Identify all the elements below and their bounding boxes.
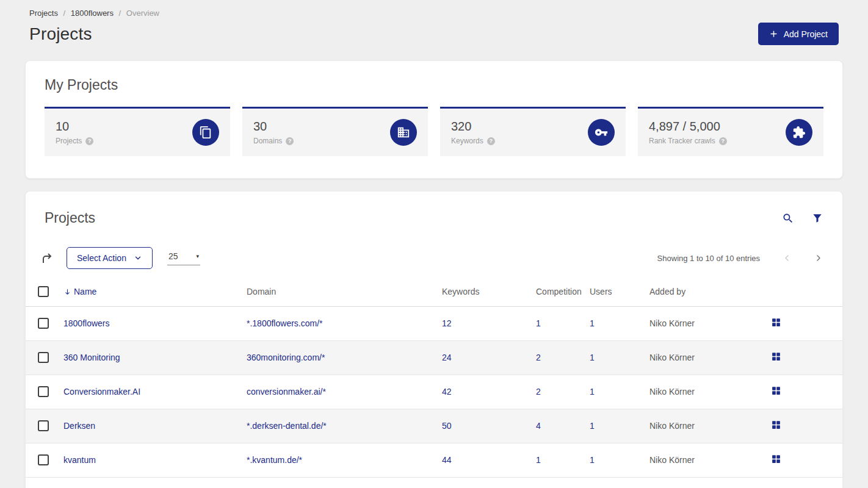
dashboard-grid-icon[interactable] (771, 420, 781, 430)
projects-table: Name Domain Keywords Competition Users A… (26, 278, 842, 478)
project-name-link[interactable]: 1800flowers (63, 318, 110, 328)
table-row: Derksen *.derksen-dental.de/* 50 4 1 Nik… (26, 409, 842, 443)
project-domain-link[interactable]: *.derksen-dental.de/* (247, 421, 327, 431)
column-header-domain[interactable]: Domain (247, 278, 442, 306)
project-competition-link[interactable]: 2 (536, 353, 541, 362)
project-keywords-link[interactable]: 44 (442, 455, 452, 465)
table-row: Conversionmaker.AI conversionmaker.ai/* … (26, 375, 842, 409)
column-header-competition[interactable]: Competition (536, 278, 590, 306)
add-project-button[interactable]: Add Project (758, 23, 839, 45)
dashboard-grid-icon[interactable] (771, 454, 781, 464)
breadcrumb-projects[interactable]: Projects (29, 9, 58, 18)
stat-label: Domains (253, 137, 282, 145)
chevron-down-icon (134, 254, 142, 262)
stat-value: 30 (253, 120, 294, 134)
table-row: kvantum *.kvantum.de/* 44 1 1 Niko Körne… (26, 443, 842, 477)
project-users-link[interactable]: 1 (590, 421, 595, 431)
stats-row: 10 Projects 30 Domains (45, 107, 823, 156)
column-header-added-by[interactable]: Added by (649, 278, 771, 306)
added-by-text: Niko Körner (649, 443, 771, 477)
row-checkbox[interactable] (38, 318, 49, 329)
column-header-keywords[interactable]: Keywords (442, 278, 536, 306)
pagination-prev-icon[interactable] (782, 253, 792, 263)
project-name-link[interactable]: kvantum (63, 455, 96, 465)
project-competition-link[interactable]: 2 (536, 387, 541, 396)
select-all-checkbox[interactable] (38, 286, 49, 297)
project-competition-link[interactable]: 1 (536, 318, 541, 328)
stat-label: Projects (56, 137, 82, 145)
page: Projects / 1800flowers / Overview Projec… (0, 0, 868, 488)
help-icon[interactable] (286, 137, 294, 145)
project-domain-link[interactable]: 360monitoring.com/* (247, 353, 325, 362)
breadcrumb-separator: / (119, 9, 121, 18)
building-icon (390, 119, 417, 146)
project-users-link[interactable]: 1 (590, 387, 595, 396)
stat-tile-domains: 30 Domains (242, 107, 428, 156)
added-by-text: Niko Körner (649, 409, 771, 443)
project-competition-link[interactable]: 1 (536, 455, 541, 465)
project-users-link[interactable]: 1 (590, 353, 595, 362)
dashboard-grid-icon[interactable] (771, 317, 781, 328)
table-row: 360 Monitoring 360monitoring.com/* 24 2 … (26, 340, 842, 375)
project-keywords-link[interactable]: 42 (442, 387, 452, 396)
projects-list-card: Projects Select Action 25 (25, 191, 843, 488)
stat-tile-crawls: 4,897 / 5,000 Rank Tracker crawls (638, 107, 823, 156)
add-project-label: Add Project (784, 29, 828, 39)
table-toolbar: Select Action 25 ▾ Showing 1 to 10 of 10… (26, 247, 842, 269)
stat-label: Rank Tracker crawls (649, 137, 715, 145)
project-name-link[interactable]: Derksen (63, 421, 95, 431)
column-header-actions (771, 278, 842, 306)
project-competition-link[interactable]: 4 (536, 421, 541, 431)
sort-arrow-down-icon (63, 288, 71, 296)
project-keywords-link[interactable]: 24 (442, 353, 452, 362)
project-name-link[interactable]: Conversionmaker.AI (63, 387, 140, 396)
help-icon[interactable] (85, 137, 93, 145)
stat-tile-projects: 10 Projects (45, 107, 230, 156)
project-domain-link[interactable]: *.1800flowers.com/* (247, 318, 323, 328)
column-header-users[interactable]: Users (590, 278, 649, 306)
project-keywords-link[interactable]: 12 (442, 318, 452, 328)
project-name-link[interactable]: 360 Monitoring (63, 353, 120, 362)
row-checkbox[interactable] (38, 454, 49, 465)
stat-label: Keywords (451, 137, 483, 145)
added-by-text: Niko Körner (649, 306, 771, 340)
row-checkbox[interactable] (38, 420, 49, 431)
copy-icon (192, 119, 219, 146)
dashboard-grid-icon[interactable] (771, 351, 781, 362)
select-action-label: Select Action (77, 253, 126, 263)
help-icon[interactable] (719, 137, 727, 145)
row-checkbox[interactable] (38, 352, 49, 363)
column-header-name[interactable]: Name (63, 278, 247, 306)
caret-down-icon: ▾ (196, 253, 199, 259)
project-domain-link[interactable]: *.kvantum.de/* (247, 455, 302, 465)
search-icon[interactable] (782, 212, 794, 224)
plus-icon (769, 29, 778, 38)
breadcrumb-overview: Overview (126, 9, 159, 18)
page-header: Projects Add Project (25, 18, 843, 45)
projects-card-title: Projects (45, 210, 95, 226)
table-row: 1800flowers *.1800flowers.com/* 12 1 1 N… (26, 306, 842, 340)
pagination-next-icon[interactable] (814, 253, 823, 263)
stat-value: 4,897 / 5,000 (649, 120, 727, 134)
page-size-control: 25 ▾ (167, 251, 200, 265)
project-keywords-link[interactable]: 50 (442, 421, 452, 431)
showing-entries-text: Showing 1 to 10 of 10 entries (657, 254, 760, 263)
added-by-text: Niko Körner (649, 375, 771, 409)
row-checkbox[interactable] (38, 386, 49, 397)
filter-icon[interactable] (811, 212, 823, 224)
help-icon[interactable] (487, 137, 495, 145)
stat-value: 10 (56, 120, 93, 134)
project-users-link[interactable]: 1 (590, 318, 595, 328)
page-size-select[interactable]: 25 (168, 251, 178, 261)
table-header-row: Name Domain Keywords Competition Users A… (26, 278, 842, 306)
dashboard-grid-icon[interactable] (771, 386, 781, 396)
my-projects-card: My Projects 10 Projects 30 (25, 60, 843, 179)
page-title: Projects (29, 24, 92, 44)
project-users-link[interactable]: 1 (590, 455, 595, 465)
select-action-button[interactable]: Select Action (67, 247, 153, 269)
breadcrumb-1800flowers[interactable]: 1800flowers (71, 9, 114, 18)
added-by-text: Niko Körner (649, 340, 771, 375)
export-arrow-icon[interactable] (40, 251, 54, 265)
puzzle-icon (786, 119, 812, 146)
project-domain-link[interactable]: conversionmaker.ai/* (247, 387, 326, 396)
